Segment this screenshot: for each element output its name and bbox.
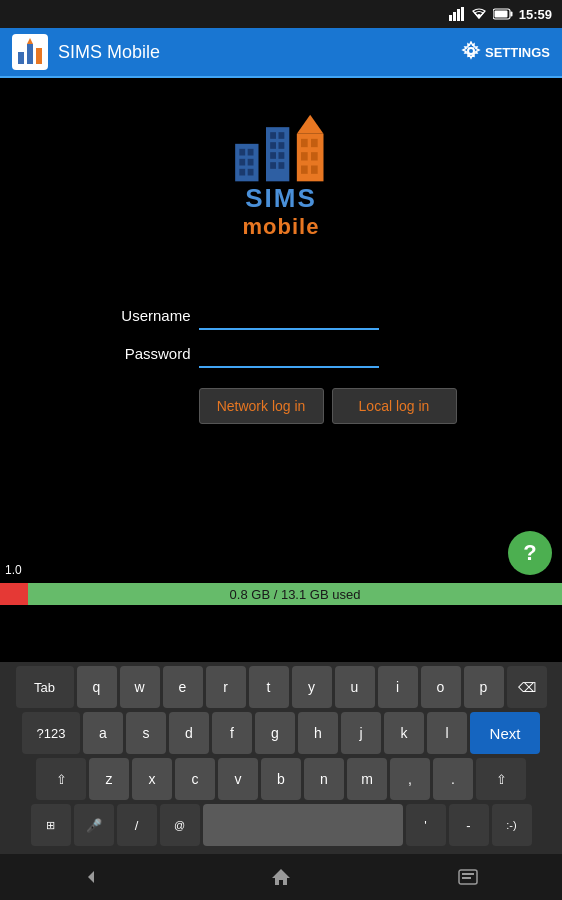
- buttons-row: Network log in Local log in: [199, 388, 457, 424]
- emoji-key[interactable]: :-): [492, 804, 532, 846]
- key-r[interactable]: r: [206, 666, 246, 708]
- logo-mobile-text: mobile: [243, 214, 320, 239]
- svg-rect-36: [311, 166, 318, 174]
- slash-key[interactable]: /: [117, 804, 157, 846]
- status-bar: 15:59: [0, 0, 562, 28]
- key-v[interactable]: v: [218, 758, 258, 800]
- apostrophe-key[interactable]: ': [406, 804, 446, 846]
- svg-rect-15: [248, 149, 254, 156]
- status-time: 15:59: [519, 7, 552, 22]
- settings-label: SETTINGS: [485, 45, 550, 60]
- key-i[interactable]: i: [378, 666, 418, 708]
- key-u[interactable]: u: [335, 666, 375, 708]
- key-f[interactable]: f: [212, 712, 252, 754]
- keyboard: Tab q w e r t y u i o p ⌫ ?123 a s d f g…: [0, 662, 562, 854]
- settings-button[interactable]: SETTINGS: [461, 41, 550, 64]
- app-bar: SIMS Mobile SETTINGS: [0, 28, 562, 78]
- username-input[interactable]: [199, 300, 379, 330]
- password-input[interactable]: [199, 338, 379, 368]
- svg-rect-8: [18, 52, 24, 64]
- wifi-icon: [471, 8, 487, 20]
- key-j[interactable]: j: [341, 712, 381, 754]
- svg-rect-10: [36, 48, 42, 64]
- svg-rect-9: [27, 44, 33, 64]
- svg-rect-17: [248, 159, 254, 166]
- next-key[interactable]: Next: [470, 712, 540, 754]
- svg-marker-37: [88, 871, 94, 883]
- sims-logo: [231, 108, 331, 188]
- symbols-key[interactable]: ⊞: [31, 804, 71, 846]
- svg-rect-14: [239, 149, 245, 156]
- key-s[interactable]: s: [126, 712, 166, 754]
- app-icon: [12, 34, 48, 70]
- svg-rect-41: [462, 877, 471, 879]
- recents-icon: [457, 868, 479, 886]
- back-icon: [84, 867, 104, 887]
- svg-rect-28: [279, 162, 285, 169]
- key-y[interactable]: y: [292, 666, 332, 708]
- signal-icon: [449, 7, 465, 21]
- status-icons: 15:59: [449, 7, 552, 22]
- home-button[interactable]: [261, 862, 301, 892]
- app-bar-left: SIMS Mobile: [12, 34, 160, 70]
- svg-rect-3: [461, 7, 464, 21]
- key-q[interactable]: q: [77, 666, 117, 708]
- username-row: Username: [106, 300, 379, 330]
- keyboard-row-3: ⊞ 🎤 / @ ' - :-): [2, 804, 560, 846]
- key-b[interactable]: b: [261, 758, 301, 800]
- key-x[interactable]: x: [132, 758, 172, 800]
- svg-rect-25: [270, 152, 276, 159]
- key-e[interactable]: e: [163, 666, 203, 708]
- key-n[interactable]: n: [304, 758, 344, 800]
- key-period[interactable]: .: [433, 758, 473, 800]
- key-p[interactable]: p: [464, 666, 504, 708]
- back-button[interactable]: [74, 862, 114, 892]
- svg-rect-5: [510, 12, 512, 17]
- recents-button[interactable]: [448, 862, 488, 892]
- svg-rect-24: [279, 142, 285, 149]
- home-icon: [270, 866, 292, 888]
- key-g[interactable]: g: [255, 712, 295, 754]
- key-h[interactable]: h: [298, 712, 338, 754]
- key-comma[interactable]: ,: [390, 758, 430, 800]
- svg-rect-22: [279, 132, 285, 139]
- key-w[interactable]: w: [120, 666, 160, 708]
- shift-left-key[interactable]: ⇧: [36, 758, 86, 800]
- main-content: SIMS mobile Username Password Network lo…: [0, 78, 562, 648]
- svg-marker-38: [272, 869, 290, 885]
- key-c[interactable]: c: [175, 758, 215, 800]
- battery-icon: [493, 8, 513, 20]
- shift-right-key[interactable]: ⇧: [476, 758, 526, 800]
- help-icon: ?: [523, 540, 536, 566]
- svg-point-12: [468, 48, 474, 54]
- svg-rect-13: [235, 144, 258, 182]
- svg-rect-29: [297, 134, 324, 182]
- at-key[interactable]: @: [160, 804, 200, 846]
- key-l[interactable]: l: [427, 712, 467, 754]
- key-z[interactable]: z: [89, 758, 129, 800]
- svg-rect-6: [494, 11, 507, 18]
- svg-rect-2: [457, 9, 460, 21]
- key-d[interactable]: d: [169, 712, 209, 754]
- mic-key[interactable]: 🎤: [74, 804, 114, 846]
- key-m[interactable]: m: [347, 758, 387, 800]
- numbers-key[interactable]: ?123: [22, 712, 80, 754]
- backspace-key[interactable]: ⌫: [507, 666, 547, 708]
- key-k[interactable]: k: [384, 712, 424, 754]
- svg-rect-0: [449, 15, 452, 21]
- dash-key[interactable]: -: [449, 804, 489, 846]
- key-t[interactable]: t: [249, 666, 289, 708]
- network-login-button[interactable]: Network log in: [199, 388, 324, 424]
- local-login-button[interactable]: Local log in: [332, 388, 457, 424]
- app-title: SIMS Mobile: [58, 42, 160, 63]
- space-key[interactable]: [203, 804, 403, 846]
- storage-bar: 0.8 GB / 13.1 GB used: [0, 583, 562, 605]
- svg-rect-27: [270, 162, 276, 169]
- logo-area: SIMS mobile: [231, 108, 331, 240]
- storage-text: 0.8 GB / 13.1 GB used: [230, 587, 361, 602]
- svg-rect-20: [266, 127, 289, 181]
- help-button[interactable]: ?: [508, 531, 552, 575]
- key-o[interactable]: o: [421, 666, 461, 708]
- key-a[interactable]: a: [83, 712, 123, 754]
- tab-key[interactable]: Tab: [16, 666, 74, 708]
